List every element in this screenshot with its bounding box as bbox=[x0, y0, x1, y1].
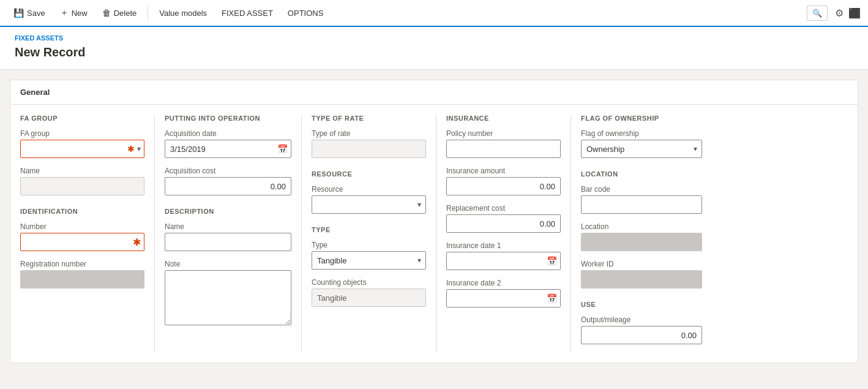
insurance-date2-wrap: 📅 bbox=[446, 289, 561, 308]
col-type: TYPE OF RATE Type of rate RESOURCE Resou… bbox=[302, 115, 436, 353]
fa-group-input-wrap: ✱ ▾ bbox=[20, 140, 144, 158]
worker-id-field: Worker ID bbox=[581, 260, 702, 289]
value-models-button[interactable]: Value models bbox=[153, 5, 213, 21]
delete-button[interactable]: 🗑 Delete bbox=[96, 4, 143, 21]
type-of-rate-field: Type of rate bbox=[312, 129, 426, 158]
number-input[interactable] bbox=[20, 233, 144, 251]
desc-note-textarea[interactable] bbox=[165, 270, 291, 325]
search-box[interactable]: 🔍 bbox=[807, 6, 828, 21]
flag-ownership-select-wrap: Ownership Leased Other ▾ bbox=[581, 140, 702, 158]
location-label: Location bbox=[581, 222, 702, 231]
save-label: Save bbox=[27, 9, 45, 18]
desc-note-label: Note bbox=[165, 260, 291, 268]
acquisition-cost-input[interactable] bbox=[165, 177, 291, 195]
settings-icon[interactable]: ⚙ bbox=[835, 7, 844, 19]
fa-group-input[interactable] bbox=[20, 140, 144, 158]
toolbar: 💾 Save ＋ New 🗑 Delete Value models FIXED… bbox=[0, 0, 868, 27]
bar-code-field: Bar code bbox=[581, 185, 702, 214]
fa-group-title: FA GROUP bbox=[20, 115, 144, 122]
type-title: TYPE bbox=[312, 226, 426, 233]
type-of-rate-title: TYPE OF RATE bbox=[312, 115, 426, 122]
type-label: Type bbox=[312, 241, 426, 249]
policy-number-input[interactable] bbox=[446, 140, 561, 158]
desc-note-field: Note bbox=[165, 260, 291, 327]
acquisition-date-wrap: 📅 bbox=[165, 140, 291, 158]
resource-select-wrap: ▾ bbox=[312, 195, 426, 214]
new-button[interactable]: ＋ New bbox=[54, 4, 94, 22]
fixed-asset-button[interactable]: FIXED ASSET bbox=[215, 5, 279, 21]
insurance-date1-wrap: 📅 bbox=[446, 252, 561, 270]
calendar-icon[interactable]: 📅 bbox=[277, 144, 288, 154]
content-area: General FA GROUP FA group ✱ ▾ bbox=[0, 70, 868, 373]
insurance-date2-label: Insurance date 2 bbox=[446, 279, 561, 287]
options-button[interactable]: OPTIONS bbox=[282, 5, 330, 21]
resource-label: Resource bbox=[312, 185, 426, 194]
bar-code-label: Bar code bbox=[581, 185, 702, 194]
toolbar-right-icons: ⚙ ⬛ bbox=[835, 7, 861, 19]
col-fa-group: FA GROUP FA group ✱ ▾ Name bbox=[20, 115, 155, 353]
location-title: LOCATION bbox=[581, 170, 702, 178]
resource-title: RESOURCE bbox=[312, 170, 426, 178]
putting-title: PUTTING INTO OPERATION bbox=[165, 115, 291, 122]
output-mileage-field: Output/mileage bbox=[581, 315, 702, 344]
section-header: General bbox=[10, 80, 858, 105]
acquisition-date-input[interactable] bbox=[165, 140, 291, 158]
flag-ownership-select[interactable]: Ownership Leased Other bbox=[581, 140, 702, 158]
breadcrumb[interactable]: FIXED ASSETS bbox=[15, 34, 853, 42]
desc-name-label: Name bbox=[165, 222, 291, 231]
value-models-label: Value models bbox=[159, 9, 207, 18]
number-field: Number ✱ bbox=[20, 222, 144, 251]
worker-id-input bbox=[581, 270, 702, 289]
worker-id-label: Worker ID bbox=[581, 260, 702, 268]
insurance-date2-input[interactable] bbox=[446, 289, 561, 308]
bar-code-input[interactable] bbox=[581, 195, 702, 214]
output-mileage-input[interactable] bbox=[581, 326, 702, 344]
fa-name-label: Name bbox=[20, 167, 144, 175]
counting-objects-input bbox=[312, 289, 426, 307]
location-input bbox=[581, 233, 702, 251]
registration-number-label: Registration number bbox=[20, 260, 144, 268]
fa-group-required-icon: ✱ bbox=[127, 144, 135, 154]
description-title: DESCRIPTION bbox=[165, 208, 291, 215]
number-input-wrap: ✱ bbox=[20, 233, 144, 251]
flag-ownership-label: Flag of ownership bbox=[581, 129, 702, 138]
insurance-amount-field: Insurance amount bbox=[446, 167, 561, 195]
location-field: Location bbox=[581, 222, 702, 251]
fa-name-field: Name bbox=[20, 167, 144, 195]
new-label: New bbox=[72, 9, 88, 18]
replacement-cost-label: Replacement cost bbox=[446, 204, 561, 213]
insurance-date1-input[interactable] bbox=[446, 252, 561, 270]
col-putting: PUTTING INTO OPERATION Acquisition date … bbox=[155, 115, 302, 353]
counting-objects-field: Counting objects bbox=[312, 278, 426, 307]
fa-name-input bbox=[20, 177, 144, 195]
insurance-date1-calendar-icon[interactable]: 📅 bbox=[547, 256, 557, 266]
flag-ownership-field: Flag of ownership Ownership Leased Other… bbox=[581, 129, 702, 158]
save-button[interactable]: 💾 Save bbox=[7, 4, 51, 21]
delete-label: Delete bbox=[114, 9, 137, 18]
col-insurance: INSURANCE Policy number Insurance amount… bbox=[436, 115, 571, 353]
acquisition-date-field: Acquisition date 📅 bbox=[165, 129, 291, 158]
type-select[interactable]: Tangible Intangible bbox=[312, 251, 426, 270]
replacement-cost-input[interactable] bbox=[446, 214, 561, 233]
search-icon: 🔍 bbox=[812, 9, 822, 18]
insurance-date1-label: Insurance date 1 bbox=[446, 241, 561, 250]
fixed-asset-label: FIXED ASSET bbox=[222, 9, 273, 18]
flag-ownership-title: FLAG OF OWNERSHIP bbox=[581, 115, 702, 122]
insurance-date1-field: Insurance date 1 📅 bbox=[446, 241, 561, 270]
delete-icon: 🗑 bbox=[102, 8, 111, 18]
policy-number-field: Policy number bbox=[446, 129, 561, 158]
general-section: General FA GROUP FA group ✱ ▾ bbox=[10, 80, 858, 363]
insurance-date2-calendar-icon[interactable]: 📅 bbox=[547, 293, 557, 303]
type-field: Type Tangible Intangible ▾ bbox=[312, 241, 426, 270]
identification-title: IDENTIFICATION bbox=[20, 208, 144, 215]
acquisition-cost-field: Acquisition cost bbox=[165, 167, 291, 195]
resource-select[interactable] bbox=[312, 195, 426, 214]
replacement-cost-field: Replacement cost bbox=[446, 204, 561, 233]
page-header: FIXED ASSETS New Record bbox=[0, 27, 868, 70]
apps-icon[interactable]: ⬛ bbox=[848, 7, 861, 19]
type-of-rate-input bbox=[312, 140, 426, 158]
insurance-amount-input[interactable] bbox=[446, 177, 561, 195]
desc-name-input[interactable] bbox=[165, 233, 291, 251]
fa-group-dropdown-icon[interactable]: ▾ bbox=[137, 145, 141, 153]
output-mileage-label: Output/mileage bbox=[581, 315, 702, 324]
